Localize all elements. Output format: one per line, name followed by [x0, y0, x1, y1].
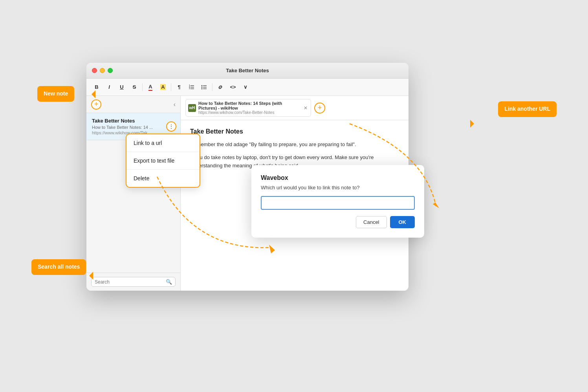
svg-marker-14	[470, 120, 474, 128]
svg-point-11	[201, 88, 203, 89]
add-note-button[interactable]: +	[91, 99, 101, 110]
url-tab-close-button[interactable]: ✕	[304, 105, 308, 111]
sidebar-search: 🔍	[86, 273, 180, 291]
font-color-icon: A	[148, 84, 152, 91]
maximize-button[interactable]	[108, 68, 113, 73]
title-bar: Take Better Notes	[86, 63, 408, 79]
svg-text:3: 3	[189, 87, 190, 90]
svg-point-9	[201, 85, 203, 86]
back-button[interactable]: ‹	[174, 101, 176, 108]
font-color-button[interactable]: A	[145, 82, 156, 93]
search-input[interactable]	[95, 279, 163, 285]
annotation-new-note: New note	[37, 86, 74, 102]
dashed-arc-arrow	[153, 173, 279, 259]
svg-point-10	[201, 86, 203, 88]
svg-marker-13	[89, 272, 93, 280]
window-title: Take Better Notes	[226, 68, 269, 73]
ordered-list-icon: 1 2 3	[189, 84, 195, 90]
url-tab[interactable]: wH How to Take Better Notes: 14 Steps (w…	[185, 99, 311, 117]
context-menu-export[interactable]: Export to text file	[126, 152, 200, 170]
unordered-list-button[interactable]	[199, 82, 210, 93]
search-input-wrap: 🔍	[91, 277, 176, 287]
arrow-search	[89, 272, 97, 280]
url-tab-title: How to Take Better Notes: 14 Steps (with…	[198, 101, 299, 110]
toolbar-separator-2	[171, 83, 171, 91]
svg-marker-16	[433, 202, 439, 208]
link-button[interactable]	[215, 82, 226, 93]
sidebar-header: + ‹	[86, 96, 180, 113]
highlight-icon: A	[160, 84, 165, 90]
code-button[interactable]: <>	[227, 82, 238, 93]
toolbar-separator	[142, 83, 143, 91]
highlight-button[interactable]: A	[158, 82, 169, 93]
ordered-list-button[interactable]: 1 2 3	[186, 82, 197, 93]
annotation-link-another-url: Link another URL	[498, 101, 557, 117]
note-kebab-button[interactable]: ⋮	[166, 121, 176, 132]
annotation-search-all-notes: Search all notes	[31, 259, 86, 275]
url-tab-content: How to Take Better Notes: 14 Steps (with…	[198, 101, 299, 115]
arrow-link-url	[466, 120, 474, 128]
dashed-arc-arrow-2	[346, 120, 444, 210]
add-url-button[interactable]: +	[314, 103, 325, 114]
toolbar: B I U S A A ¶ 1 2 3	[86, 79, 408, 96]
more-button[interactable]: ∨	[240, 82, 251, 93]
dialog-ok-button[interactable]: OK	[390, 216, 415, 228]
url-tabs-bar: wH How to Take Better Notes: 14 Steps (w…	[181, 96, 408, 120]
dialog-cancel-button[interactable]: Cancel	[356, 216, 387, 228]
arrow-new-note	[92, 90, 99, 98]
unordered-list-icon	[201, 84, 207, 90]
underline-button[interactable]: U	[116, 82, 127, 93]
italic-button[interactable]: I	[104, 82, 115, 93]
note-item-title: Take Better Notes	[92, 118, 175, 124]
svg-marker-15	[269, 245, 275, 253]
note-item-preview: How to Take Better Notes: 14 ...	[92, 125, 175, 130]
dialog-buttons: Cancel OK	[261, 216, 415, 228]
url-tab-favicon: wH	[188, 104, 196, 112]
minimize-button[interactable]	[100, 68, 105, 73]
strikethrough-button[interactable]: S	[129, 82, 140, 93]
url-tab-url: https://www.wikihow.com/Take-Better-Note…	[198, 110, 299, 115]
paragraph-button[interactable]: ¶	[174, 82, 185, 93]
svg-marker-12	[92, 90, 95, 98]
search-icon: 🔍	[166, 279, 172, 285]
link-icon	[217, 84, 223, 90]
toolbar-separator-3	[212, 83, 212, 91]
traffic-lights	[92, 68, 113, 73]
close-button[interactable]	[92, 68, 97, 73]
context-menu-link-url[interactable]: Link to a url	[126, 134, 200, 152]
